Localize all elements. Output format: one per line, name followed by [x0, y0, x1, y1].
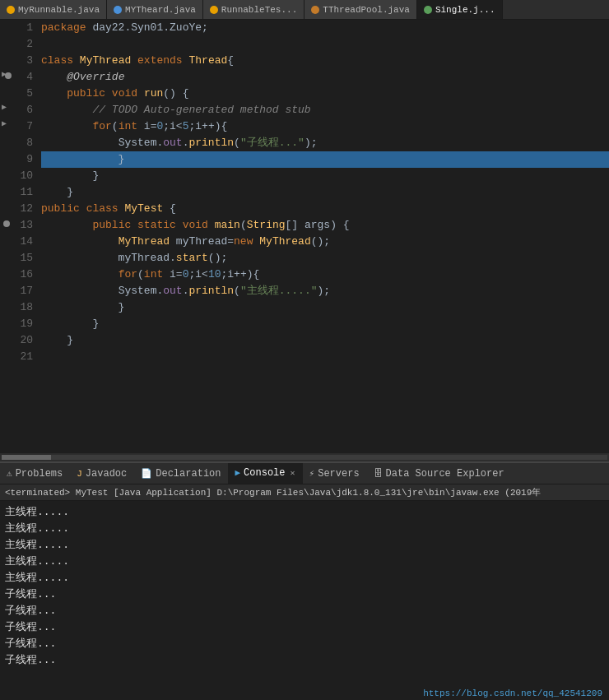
footer-link[interactable]: https://blog.csdn.net/qq_42541209: [423, 688, 602, 698]
tab-icon-myrunnable: [7, 6, 15, 14]
code-line-10: }: [41, 168, 609, 184]
console-header: <terminated> MyTest [Java Application] D…: [0, 484, 609, 501]
console-line-5: 主线程.....: [5, 570, 604, 586]
tab-datasource[interactable]: 🗄 Data Source Explorer: [367, 463, 512, 484]
console-icon: ▶: [235, 467, 240, 478]
tab-servers[interactable]: ⚡ Servers: [303, 463, 367, 484]
problems-icon: ⚠: [7, 468, 12, 479]
datasource-icon: 🗄: [374, 468, 383, 479]
line-num-10: 10: [12, 168, 33, 184]
javadoc-icon: J: [77, 469, 82, 479]
code-line-5: public void run() {: [41, 86, 609, 102]
code-line-20: }: [41, 332, 609, 349]
code-line-7: for(int i=0;i<5;i++){: [41, 118, 609, 135]
console-close-button[interactable]: ✕: [291, 468, 295, 478]
code-line-6: // TODO Auto-generated method stub: [41, 102, 609, 118]
scrollbar-thumb[interactable]: [2, 455, 51, 460]
tab-label-mythread: MYTheard.java: [125, 5, 196, 15]
servers-icon: ⚡: [309, 468, 315, 479]
code-content: package day22.Syn01.ZuoYe; class MyThrea…: [38, 20, 609, 453]
line-num-7: 7: [12, 118, 33, 135]
tab-icon-mythread: [114, 6, 122, 14]
line-num-17: 17: [12, 283, 33, 299]
tab-icon-single: [424, 6, 432, 14]
line-num-12: 12: [12, 201, 33, 217]
console-line-7: 子线程...: [5, 603, 604, 619]
console-line-1: 主线程.....: [5, 504, 604, 521]
tab-label-servers: Servers: [318, 468, 359, 480]
tab-label-datasource: Data Source Explorer: [386, 468, 504, 480]
console-line-9: 子线程...: [5, 636, 604, 652]
line-num-18: 18: [12, 299, 33, 316]
tab-threadpool[interactable]: TThreadPool.java: [304, 0, 417, 19]
line-num-3: 3: [12, 53, 33, 69]
tab-label-declaration: Declaration: [156, 468, 221, 480]
tab-problems[interactable]: ⚠ Problems: [0, 463, 70, 484]
code-line-2: [41, 36, 609, 53]
line-num-14: 14: [12, 234, 33, 250]
line-num-6: 6: [12, 102, 33, 118]
line-num-9: 9: [12, 151, 33, 168]
editor-horizontal-scrollbar[interactable]: [0, 453, 609, 461]
line-num-13: 13: [12, 217, 33, 234]
tab-icon-threadpool: [311, 6, 319, 14]
tab-console[interactable]: ▶ Console ✕: [228, 463, 302, 484]
line-num-4: 4: [12, 69, 33, 86]
line-num-1: 1: [12, 20, 33, 36]
line-num-2: 2: [12, 36, 33, 53]
tab-label-single: Single.j...: [435, 5, 495, 15]
console-footer: https://blog.csdn.net/qq_42541209: [0, 687, 609, 700]
bottom-tab-bar: ⚠ Problems J Javadoc 📄 Declaration ▶ Con…: [0, 461, 609, 484]
code-line-15: myThread.start();: [41, 250, 609, 267]
code-line-18: }: [41, 299, 609, 316]
tab-label-threadpool: TThreadPool.java: [323, 5, 410, 15]
line-num-5: 5: [12, 86, 33, 102]
left-gutter: ▶ ▶ ▶: [0, 20, 12, 453]
line-num-21: 21: [12, 349, 33, 365]
tab-single[interactable]: Single.j...: [417, 0, 503, 19]
scrollbar-track[interactable]: [2, 455, 607, 460]
code-line-9: }: [41, 151, 609, 168]
code-line-1: package day22.Syn01.ZuoYe;: [41, 20, 609, 36]
code-line-11: }: [41, 184, 609, 201]
tab-label-myrunnable: MyRunnable.java: [18, 5, 100, 15]
line-num-20: 20: [12, 332, 33, 349]
code-line-14: MyThread myThread=new MyThread();: [41, 234, 609, 250]
tab-mythread[interactable]: MYTheard.java: [107, 0, 203, 19]
tab-label-problems: Problems: [16, 468, 63, 480]
code-line-21: [41, 349, 609, 365]
tab-label-console: Console: [244, 467, 285, 479]
tab-label-runnabletest: RunnableTes...: [221, 5, 297, 15]
console-header-text: <terminated> MyTest [Java Application] D…: [5, 488, 541, 498]
console-line-8: 子线程...: [5, 619, 604, 636]
code-line-13: public static void main(String[] args) {: [41, 217, 609, 234]
console-line-3: 主线程.....: [5, 537, 604, 554]
bottom-panel: ⚠ Problems J Javadoc 📄 Declaration ▶ Con…: [0, 461, 609, 700]
tab-runnabletest[interactable]: RunnableTes...: [203, 0, 304, 19]
code-line-17: System.out.println("主线程.....");: [41, 283, 609, 299]
code-line-8: System.out.println("子线程...");: [41, 135, 609, 151]
code-line-16: for(int i=0;i<10;i++){: [41, 267, 609, 283]
fold-arrow-5[interactable]: ▶: [2, 102, 7, 112]
tab-icon-runnabletest: [210, 6, 218, 14]
console-output: 主线程..... 主线程..... 主线程..... 主线程..... 主线程.…: [0, 501, 609, 687]
tab-myrunnable[interactable]: MyRunnable.java: [0, 0, 107, 19]
code-line-19: }: [41, 316, 609, 332]
fold-arrow-6[interactable]: ▶: [2, 118, 7, 128]
declaration-icon: 📄: [141, 468, 152, 479]
code-editor: ▶ ▶ ▶ 1 2 3 4 5 6 7 8 9 10 11 12 13 14 1…: [0, 20, 609, 453]
tab-label-javadoc: Javadoc: [86, 468, 127, 480]
code-line-3: class MyThread extends Thread{: [41, 53, 609, 69]
line-num-11: 11: [12, 184, 33, 201]
tab-declaration[interactable]: 📄 Declaration: [134, 463, 228, 484]
code-line-4: @Override: [41, 69, 609, 86]
code-line-12: public class MyTest {: [41, 201, 609, 217]
tab-bar: MyRunnable.java MYTheard.java RunnableTe…: [0, 0, 609, 20]
line-num-16: 16: [12, 267, 33, 283]
console-line-6: 子线程...: [5, 586, 604, 603]
console-line-10: 子线程...: [5, 652, 604, 669]
line-num-8: 8: [12, 135, 33, 151]
line-numbers: 1 2 3 4 5 6 7 8 9 10 11 12 13 14 15 16 1…: [12, 20, 38, 453]
console-line-2: 主线程.....: [5, 521, 604, 537]
tab-javadoc[interactable]: J Javadoc: [70, 463, 134, 484]
